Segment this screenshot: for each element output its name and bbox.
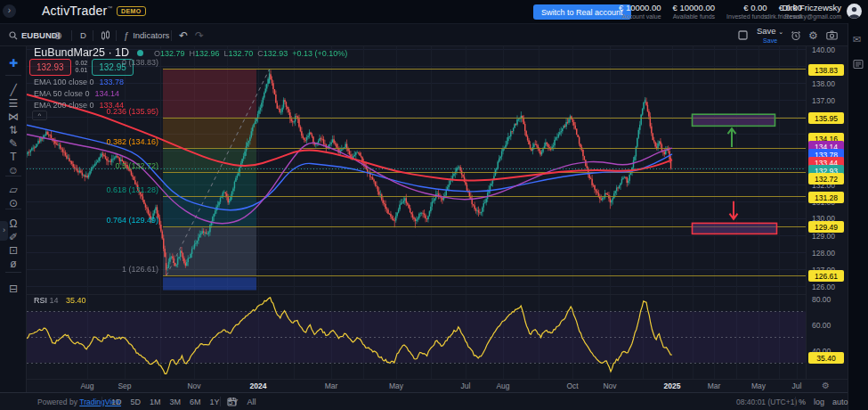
indicators-button[interactable]: ƒ Indicators xyxy=(124,24,169,46)
price-label: 60.00 xyxy=(807,321,848,330)
alarm-clock-icon xyxy=(791,30,801,41)
price-badge: 132.72 xyxy=(808,173,844,184)
layout-square-icon xyxy=(738,30,748,40)
timeframe-button[interactable]: D xyxy=(80,24,86,46)
redo-button[interactable]: ↷ xyxy=(195,24,204,46)
scale-buttons: % log auto xyxy=(799,393,848,410)
clock[interactable]: 08:40:01 (UTC+1) xyxy=(736,393,797,410)
switch-to-real-button[interactable]: Switch to Real account xyxy=(533,4,631,20)
demo-badge: DEMO xyxy=(117,6,146,16)
price-label: 126.00 xyxy=(807,283,848,291)
time-label: Sep xyxy=(118,381,131,390)
gear-icon: ⚙ xyxy=(808,29,818,42)
camera-icon xyxy=(826,30,838,40)
function-icon: ƒ xyxy=(124,30,129,41)
price-badge: 129.49 xyxy=(808,221,844,233)
tool-hide-drawings[interactable]: ø xyxy=(0,256,27,272)
chart-canvas[interactable] xyxy=(27,46,806,379)
price-label: 80.00 xyxy=(807,295,848,304)
time-label: Nov xyxy=(187,381,200,390)
messages-envelope-icon[interactable]: ✉ xyxy=(853,34,861,45)
range-all[interactable]: All xyxy=(245,397,259,407)
indicator-legend-rsi[interactable]: RSI 14 35.40 xyxy=(34,296,86,305)
user-name: Dirk Friczewsky xyxy=(766,3,841,12)
calendar-icon xyxy=(227,397,237,406)
chart-type-button[interactable] xyxy=(101,24,110,46)
account-stat: € 0.00Invested funds xyxy=(726,3,767,20)
range-3m[interactable]: 3M xyxy=(167,397,184,407)
fib-level-label: 0.618 (131.28) xyxy=(27,185,158,194)
price-badge: 131.28 xyxy=(808,192,844,203)
right-rail: ✉ xyxy=(848,23,868,410)
chart-legend[interactable]: EuBundMar25 · 1DO132.79H132.96L132.70C13… xyxy=(34,46,347,59)
indicator-legend-ema100[interactable]: EMA 100 close 0133.78 xyxy=(34,78,124,86)
log-scale-button[interactable]: log xyxy=(814,398,824,406)
user-info[interactable]: Dirk Friczewsky dirk.friczewsky@gmail.co… xyxy=(766,3,841,20)
fib-level-label: 0.5 (132.72) xyxy=(27,161,158,170)
ohlc-value: 132.96 xyxy=(195,49,220,58)
layout-button[interactable] xyxy=(738,24,748,46)
screenshot-button[interactable] xyxy=(826,24,838,46)
bottom-bar: Powered by TradingView 1D5D1M3M6M1Y5YAll… xyxy=(0,392,848,410)
compare-plus-icon: ⊕ xyxy=(53,29,62,42)
drawing-toolbar: ✚╱☰⋈⇅✎T☺▱⊙Ω✐⊡ø⊟ xyxy=(0,46,27,392)
alert-button[interactable] xyxy=(791,24,801,46)
undo-icon: ↶ xyxy=(179,29,188,42)
activtrader-app: › ActivTrader™ DEMO Switch to Real accou… xyxy=(0,0,868,410)
go-to-date-button[interactable] xyxy=(227,393,237,410)
indicator-legend-ema50[interactable]: EMA 50 close 0134.14 xyxy=(34,89,119,98)
time-label: 2025 xyxy=(664,381,681,390)
range-1d[interactable]: 1D xyxy=(109,397,125,407)
ohlc-label: O xyxy=(154,49,160,58)
range-6m[interactable]: 6M xyxy=(187,397,204,407)
time-label: Aug xyxy=(496,381,509,390)
axis-settings-gear-icon[interactable]: ⚙ xyxy=(822,381,830,390)
undo-button[interactable]: ↶ xyxy=(179,24,188,46)
time-label: Nov xyxy=(603,381,616,390)
ohlc-value: 132.79 xyxy=(160,49,185,58)
symbol-search[interactable]: EUBUNDI xyxy=(9,24,60,46)
fib-level-label: 0.764 (129.49) xyxy=(27,216,158,225)
range-5d[interactable]: 5D xyxy=(128,397,144,407)
tool-crosshair[interactable]: ✚ xyxy=(0,55,27,71)
time-label: Jul xyxy=(792,381,802,390)
price-badge: 126.61 xyxy=(808,270,844,282)
price-label: 129.00 xyxy=(807,232,848,241)
trademark: ™ xyxy=(107,5,112,11)
watchlist-expander[interactable]: › xyxy=(0,221,8,241)
time-label: Mar xyxy=(325,381,338,390)
collapse-sidebar-icon[interactable]: › xyxy=(3,4,16,18)
price-badge: 135.95 xyxy=(808,112,844,124)
redo-icon: ↷ xyxy=(195,29,204,42)
settings-button[interactable]: ⚙ xyxy=(808,24,818,46)
account-stat: € 10000.00Available funds xyxy=(673,3,716,20)
price-axis[interactable]: 140.00138.00137.00132.00131.00130.00129.… xyxy=(806,46,848,379)
time-label: May xyxy=(751,381,766,390)
avatar[interactable] xyxy=(847,4,862,19)
news-icon[interactable] xyxy=(853,59,864,70)
time-label: Mar xyxy=(708,381,721,390)
ohlc-value: 132.93 xyxy=(264,49,288,58)
fib-level-label: 0.236 (135.95) xyxy=(27,107,158,116)
ohlc-value: 132.70 xyxy=(229,49,254,58)
search-icon xyxy=(9,31,18,40)
legend-change: +0.13 (+0.10%) xyxy=(292,49,347,58)
app-header: › ActivTrader™ DEMO Switch to Real accou… xyxy=(0,0,868,23)
compare-button[interactable]: ⊕ xyxy=(53,24,62,46)
time-label: Oct xyxy=(566,381,578,390)
percent-scale-button[interactable]: % xyxy=(799,398,806,406)
time-label: 2024 xyxy=(250,381,267,390)
price-label: 140.00 xyxy=(807,45,848,54)
account-stat: € 10000.00Account value xyxy=(619,3,661,20)
time-axis[interactable]: ⚙ AugSepNov2024MarMayJulAugOctNov2025Mar… xyxy=(27,379,848,392)
legend-interval: 1D xyxy=(115,46,129,59)
logo-text: ActivTrader xyxy=(42,4,107,18)
auto-scale-button[interactable]: auto xyxy=(832,398,848,406)
legend-symbol: EuBundMar25 xyxy=(34,46,105,59)
market-open-dot xyxy=(137,50,143,56)
range-1m[interactable]: 1M xyxy=(147,397,164,407)
save-layout-button[interactable]: Save ⌄Save xyxy=(757,24,783,46)
fib-level-label: 0 (138.83) xyxy=(27,58,158,67)
price-label: 128.00 xyxy=(807,249,848,258)
tool-remove-drawings[interactable]: ⊟ xyxy=(0,281,27,297)
